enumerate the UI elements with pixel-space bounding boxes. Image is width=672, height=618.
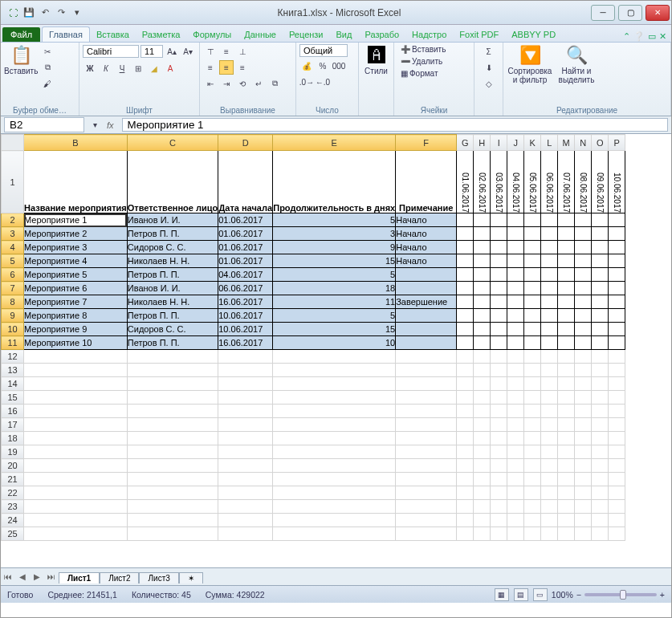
empty-cell[interactable] [474, 350, 491, 364]
gantt-cell[interactable] [507, 282, 524, 295]
gantt-cell[interactable] [457, 268, 474, 282]
help-icon[interactable]: ❔ [633, 31, 645, 42]
empty-cell[interactable] [474, 418, 491, 432]
worksheet-area[interactable]: B C D E F G H I J K L M N O P 1 Название… [1, 134, 671, 567]
empty-cell[interactable] [592, 514, 609, 527]
gantt-cell[interactable] [474, 227, 491, 241]
gantt-cell[interactable] [541, 213, 558, 227]
save-icon[interactable]: 💾 [22, 6, 36, 20]
align-top-icon[interactable]: ⊤ [203, 44, 218, 59]
comma-icon[interactable]: 000 [332, 59, 346, 73]
zoom-in-button[interactable]: + [660, 590, 665, 600]
col-header[interactable]: N [575, 135, 592, 151]
gantt-cell[interactable] [524, 254, 541, 268]
empty-cell[interactable] [609, 500, 625, 514]
empty-cell[interactable] [457, 514, 474, 527]
sheet-tab[interactable]: Лист2 [100, 572, 139, 583]
cell-name[interactable]: Мероприятие 5 [24, 268, 128, 282]
empty-cell[interactable] [273, 405, 396, 418]
italic-icon[interactable]: К [99, 61, 113, 75]
empty-cell[interactable] [541, 377, 558, 391]
gantt-cell[interactable] [507, 254, 524, 268]
spreadsheet-grid[interactable]: B C D E F G H I J K L M N O P 1 Название… [1, 134, 625, 541]
shrink-font-icon[interactable]: A▾ [181, 44, 195, 59]
gantt-cell[interactable] [558, 241, 575, 254]
empty-cell[interactable] [541, 473, 558, 486]
empty-cell[interactable] [524, 418, 541, 432]
cell-note[interactable] [396, 282, 457, 295]
decrease-indent-icon[interactable]: ⇤ [203, 76, 218, 91]
empty-cell[interactable] [609, 350, 625, 364]
empty-cell[interactable] [273, 391, 396, 405]
gantt-cell[interactable] [575, 213, 592, 227]
row-header[interactable]: 9 [2, 309, 24, 323]
date-header[interactable]: 10.06.2017 [609, 151, 625, 213]
empty-cell[interactable] [575, 391, 592, 405]
empty-cell[interactable] [507, 459, 524, 473]
empty-cell[interactable] [558, 350, 575, 364]
gantt-cell[interactable] [609, 295, 625, 309]
empty-cell[interactable] [24, 418, 128, 432]
gantt-cell[interactable] [592, 254, 609, 268]
tab-home[interactable]: Главная [42, 26, 90, 42]
gantt-cell[interactable] [524, 213, 541, 227]
cell-person[interactable]: Петров П. П. [127, 336, 218, 350]
empty-cell[interactable] [491, 486, 507, 500]
empty-cell[interactable] [558, 473, 575, 486]
empty-cell[interactable] [491, 514, 507, 527]
underline-icon[interactable]: Ч [115, 61, 129, 75]
empty-cell[interactable] [558, 500, 575, 514]
empty-cell[interactable] [24, 405, 128, 418]
empty-cell[interactable] [273, 473, 396, 486]
empty-cell[interactable] [474, 486, 491, 500]
empty-cell[interactable] [24, 350, 128, 364]
empty-cell[interactable] [575, 432, 592, 445]
cell-duration[interactable]: 10 [273, 336, 396, 350]
empty-cell[interactable] [558, 364, 575, 377]
cell-date[interactable]: 16.06.2017 [218, 336, 273, 350]
cell-duration[interactable]: 5 [273, 309, 396, 323]
empty-cell[interactable] [609, 445, 625, 459]
date-header[interactable]: 05.06.2017 [524, 151, 541, 213]
gantt-cell[interactable] [609, 323, 625, 336]
font-name-input[interactable] [83, 45, 139, 58]
empty-cell[interactable] [575, 445, 592, 459]
gantt-cell[interactable] [558, 254, 575, 268]
gantt-cell[interactable] [457, 295, 474, 309]
doc-close-icon[interactable]: ✕ [659, 31, 666, 42]
empty-cell[interactable] [592, 527, 609, 541]
empty-cell[interactable] [541, 364, 558, 377]
empty-cell[interactable] [558, 405, 575, 418]
empty-cell[interactable] [273, 377, 396, 391]
row-header[interactable]: 17 [2, 418, 24, 432]
empty-cell[interactable] [273, 364, 396, 377]
empty-cell[interactable] [507, 527, 524, 541]
empty-cell[interactable] [491, 350, 507, 364]
tab-addins[interactable]: Надстро [405, 27, 453, 42]
undo-icon[interactable]: ↶ [38, 6, 52, 20]
grow-font-icon[interactable]: A▴ [165, 44, 179, 59]
cell-date[interactable]: 01.06.2017 [218, 227, 273, 241]
empty-cell[interactable] [491, 473, 507, 486]
empty-cell[interactable] [24, 500, 128, 514]
empty-cell[interactable] [396, 432, 457, 445]
empty-cell[interactable] [558, 514, 575, 527]
gantt-cell[interactable] [474, 268, 491, 282]
cell-person[interactable]: Иванов И. И. [127, 213, 218, 227]
empty-cell[interactable] [474, 445, 491, 459]
empty-cell[interactable] [474, 391, 491, 405]
view-page-break-icon[interactable]: ▭ [533, 588, 548, 601]
empty-cell[interactable] [592, 500, 609, 514]
empty-cell[interactable] [507, 445, 524, 459]
empty-cell[interactable] [491, 377, 507, 391]
empty-cell[interactable] [396, 459, 457, 473]
row-header[interactable]: 24 [2, 514, 24, 527]
close-button[interactable]: ✕ [646, 5, 670, 21]
sheet-nav-last-icon[interactable]: ⏭ [44, 572, 59, 581]
empty-cell[interactable] [127, 514, 218, 527]
empty-cell[interactable] [474, 459, 491, 473]
gantt-cell[interactable] [592, 241, 609, 254]
cell-duration[interactable]: 5 [273, 213, 396, 227]
gantt-cell[interactable] [575, 309, 592, 323]
empty-cell[interactable] [524, 459, 541, 473]
